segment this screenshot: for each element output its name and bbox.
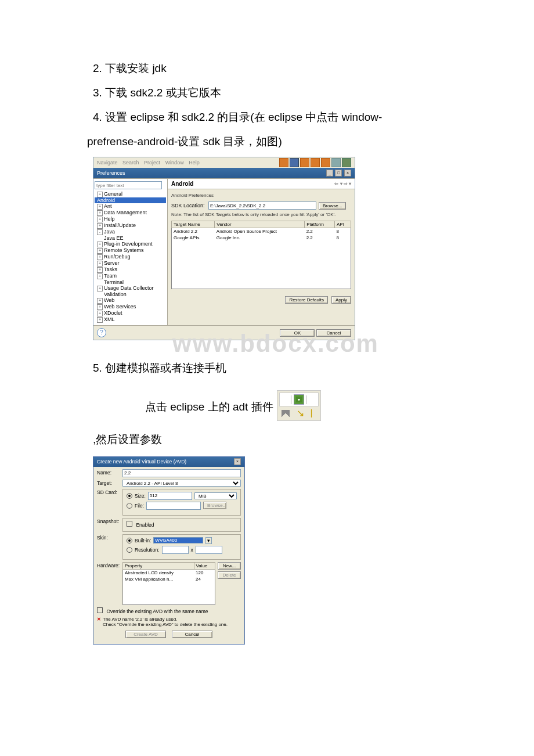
menu-window[interactable]: Window [165, 160, 184, 165]
create-avd-button[interactable]: Create AVD [125, 631, 166, 638]
tree-node[interactable]: +Data Management [95, 210, 166, 216]
expand-icon[interactable]: + [97, 311, 103, 316]
maximize-icon[interactable]: □ [335, 170, 342, 177]
res-h-input[interactable] [196, 546, 222, 554]
tree-node[interactable]: +Web [95, 297, 166, 304]
hw-col-value[interactable]: Value [194, 562, 215, 569]
tree-node[interactable]: +Plug-in Development [95, 241, 166, 247]
toolbar-icon[interactable] [279, 158, 288, 167]
avd-dialog: Create new Android Virtual Device (AVD) … [93, 456, 245, 645]
chevron-down-icon[interactable]: ▾ [205, 537, 212, 544]
delete-button[interactable]: Delete [218, 571, 241, 579]
browse-button[interactable]: Browse... [319, 202, 346, 210]
size-radio[interactable] [127, 493, 132, 499]
tree-node[interactable]: +XDoclet [95, 310, 166, 316]
col-api[interactable]: API [334, 221, 351, 228]
expand-icon[interactable]: + [97, 267, 103, 273]
size-unit-select[interactable]: MiB [194, 492, 237, 499]
expand-icon[interactable]: + [97, 242, 103, 247]
toolbar-icon[interactable] [342, 158, 351, 167]
tree-node[interactable]: Android [95, 197, 166, 203]
table-row[interactable]: Max VM application h... 24 [123, 576, 215, 582]
col-vendor[interactable]: Vendor [215, 221, 305, 228]
tree-label: Validation [104, 291, 127, 297]
close-icon[interactable]: × [344, 170, 351, 177]
expand-icon[interactable]: + [97, 317, 103, 323]
expand-icon[interactable]: + [97, 223, 103, 229]
size-label: Size: [135, 493, 146, 499]
enabled-checkbox[interactable] [127, 521, 132, 527]
expand-icon[interactable]: + [97, 286, 103, 291]
tree-node[interactable]: +Ant [95, 203, 166, 210]
tree-node[interactable]: +Remote Systems [95, 247, 166, 254]
expand-icon[interactable]: + [97, 192, 103, 197]
toolbar-icon[interactable] [311, 158, 320, 167]
apply-button[interactable]: Apply [331, 296, 351, 304]
resolution-radio[interactable] [127, 547, 132, 553]
menu-project[interactable]: Project [144, 160, 160, 165]
tree-node[interactable]: +Run/Debug [95, 254, 166, 260]
size-input[interactable] [148, 492, 192, 500]
file-input[interactable] [146, 502, 201, 510]
tree-node[interactable]: +Install/Update [95, 222, 166, 229]
name-input[interactable] [122, 469, 241, 477]
expand-icon[interactable]: + [97, 304, 103, 310]
expand-icon[interactable]: - [97, 229, 103, 235]
table-row[interactable]: Android 2.2 Android Open Source Project … [172, 228, 351, 235]
tree-node[interactable]: +Server [95, 260, 166, 267]
menu-help[interactable]: Help [189, 160, 200, 165]
table-row[interactable]: Abstracted LCD density 120 [123, 569, 215, 576]
builtin-select[interactable]: WVGA400 [153, 537, 203, 543]
toolbar-icon[interactable] [290, 158, 299, 167]
cancel-button[interactable]: Cancel [316, 329, 351, 337]
menu-navigate[interactable]: Navigate [97, 160, 118, 165]
android-avd-icon[interactable] [294, 394, 304, 405]
target-select[interactable]: Android 2.2 - API Level 8 [122, 480, 241, 487]
tree-node[interactable]: Java EE [95, 235, 166, 241]
tree-node[interactable]: +Usage Data Collector [95, 285, 166, 291]
minimize-icon[interactable]: _ [326, 170, 333, 177]
step-4a: 4. 设置 eclipse 和 sdk2.2 的目录(在 eclipse 中点击… [93, 107, 499, 128]
cancel-button[interactable]: Cancel [172, 631, 212, 638]
override-checkbox[interactable] [97, 607, 103, 613]
tree-node[interactable]: +General [95, 191, 166, 197]
file-radio[interactable] [127, 503, 132, 509]
tree-label: Terminal [104, 279, 124, 285]
help-icon[interactable]: ? [97, 328, 106, 337]
tree-node[interactable]: +Web Services [95, 304, 166, 310]
tree-node[interactable]: +Team [95, 273, 166, 279]
tree-node[interactable]: Terminal [95, 279, 166, 285]
toolbar-icon[interactable] [321, 158, 330, 167]
tree-node[interactable]: +Help [95, 216, 166, 222]
expand-icon[interactable]: + [97, 248, 103, 254]
expand-icon[interactable]: + [97, 210, 103, 216]
col-target-name[interactable]: Target Name [172, 221, 215, 228]
builtin-radio[interactable] [127, 538, 132, 543]
toolbar-icon[interactable] [300, 158, 309, 167]
expand-icon[interactable]: + [97, 273, 103, 279]
tree-node[interactable]: Validation [95, 291, 166, 297]
expand-icon[interactable]: + [97, 261, 103, 267]
file-browse-button[interactable]: Browse... [203, 502, 226, 509]
col-platform[interactable]: Platform [305, 221, 335, 228]
close-icon[interactable]: × [234, 458, 241, 465]
table-row[interactable]: Google APIs Google Inc. 2.2 8 [172, 235, 351, 241]
hw-col-property[interactable]: Property [123, 562, 194, 569]
expand-icon[interactable]: + [97, 298, 103, 304]
ok-button[interactable]: OK [280, 329, 315, 337]
menu-search[interactable]: Search [122, 160, 139, 165]
tree-node[interactable]: +XML [95, 316, 166, 323]
expand-icon[interactable]: + [97, 254, 103, 260]
tree-label: Server [104, 260, 120, 266]
new-button[interactable]: New... [218, 562, 241, 570]
section-title: Android [171, 181, 193, 187]
restore-defaults-button[interactable]: Restore Defaults [285, 296, 328, 304]
expand-icon[interactable]: + [97, 217, 103, 222]
expand-icon[interactable]: + [97, 204, 103, 210]
sdk-location-input[interactable] [208, 201, 316, 210]
tree-node[interactable]: -Java [95, 229, 166, 235]
res-w-input[interactable] [162, 546, 189, 554]
filter-input[interactable] [95, 181, 162, 189]
toolbar-icon[interactable] [331, 158, 341, 167]
tree-node[interactable]: +Tasks [95, 267, 166, 273]
